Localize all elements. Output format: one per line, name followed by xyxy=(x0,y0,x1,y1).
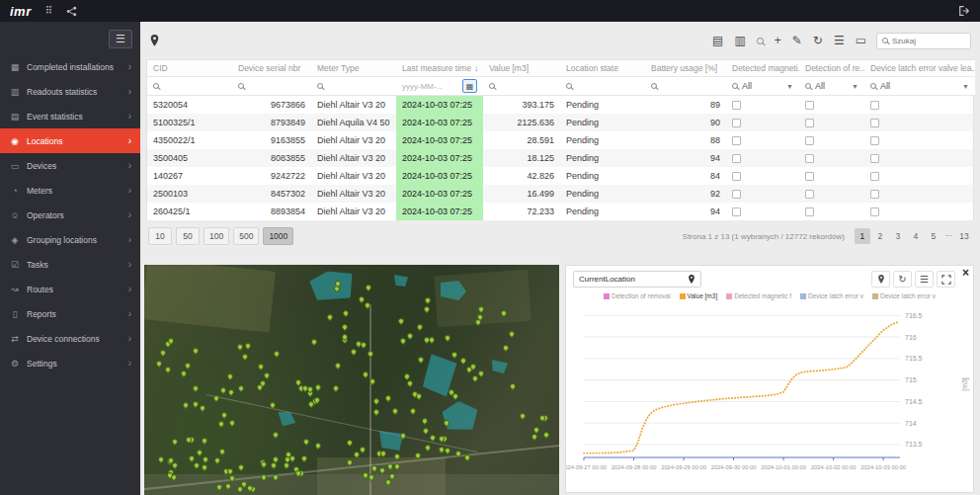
row-checkbox[interactable] xyxy=(805,101,814,110)
map-pin-marker[interactable] xyxy=(237,463,245,471)
sidebar-item-routes[interactable]: ↝Routes› xyxy=(0,277,140,301)
map-pin-marker[interactable] xyxy=(331,384,339,392)
sidebar-item-device-connections[interactable]: ⇄Device connections› xyxy=(0,326,140,351)
row-checkbox[interactable] xyxy=(805,190,814,199)
map-pin-marker[interactable] xyxy=(502,344,510,352)
map-pin-marker[interactable] xyxy=(371,397,379,405)
table-row[interactable]: 1402679242722Diehl Altair V3 202024-10-0… xyxy=(147,167,973,185)
map-pin-marker[interactable] xyxy=(364,283,371,290)
meter-value-chart[interactable]: 713.5714714.5715715.5716716.52024-09-27 … xyxy=(566,303,971,491)
expand-button[interactable] xyxy=(937,271,955,288)
column-header-meter-type[interactable]: Meter Type xyxy=(311,60,396,77)
page-size-100[interactable]: 100 xyxy=(204,227,229,245)
map-pin-marker[interactable] xyxy=(157,454,165,462)
map-pin-marker[interactable] xyxy=(444,334,451,342)
row-checkbox[interactable] xyxy=(870,172,879,181)
table-row[interactable]: 4350022/19163855Diehl Altair V3 202024-1… xyxy=(147,131,973,149)
map-pin-marker[interactable] xyxy=(226,388,234,396)
map-pin-marker[interactable] xyxy=(417,355,425,363)
map-pin-marker[interactable] xyxy=(182,401,190,409)
sidebar-item-operators[interactable]: ☺Operators› xyxy=(0,203,140,227)
column-header-location-state[interactable]: Location state xyxy=(560,60,645,77)
row-checkbox[interactable] xyxy=(732,190,741,199)
map-pin-marker[interactable] xyxy=(256,383,264,391)
filter-cell-battery-usage[interactable] xyxy=(645,77,726,96)
map-pin-marker[interactable] xyxy=(213,456,221,464)
export-file-button[interactable]: ▤ xyxy=(712,35,723,46)
map-pin-marker[interactable] xyxy=(421,417,429,425)
map-pin-marker[interactable] xyxy=(397,317,405,325)
map-pin-marker[interactable] xyxy=(237,383,245,391)
map-pin-marker[interactable] xyxy=(260,460,268,468)
map-pin-marker[interactable] xyxy=(423,305,431,313)
map-pin-marker[interactable] xyxy=(299,454,307,462)
table-row[interactable]: 260425/18893854Diehl Altair V3 202024-10… xyxy=(147,203,973,220)
sidebar-item-devices[interactable]: ▭Devices› xyxy=(0,153,140,178)
calendar-button[interactable]: ▦ xyxy=(462,79,477,93)
map-pin-marker[interactable] xyxy=(262,371,270,379)
sidebar-item-reports[interactable]: ▯Reports› xyxy=(0,301,140,326)
tag-button[interactable]: ▭ xyxy=(856,35,866,46)
map-pin-marker[interactable] xyxy=(459,357,467,365)
sidebar-item-locations[interactable]: ◉Locations› xyxy=(0,128,140,153)
column-header-detected-magneti[interactable]: Detected magneti... xyxy=(726,60,799,77)
filter-cell-device-latch-error-valve-lea[interactable]: All▼ xyxy=(864,77,975,96)
map-pin-marker[interactable] xyxy=(202,455,209,463)
sidebar-collapse-button[interactable]: ☰ xyxy=(109,30,132,48)
map-pin-marker[interactable] xyxy=(346,439,354,447)
legend-item-detection-of-removal[interactable]: Detection of removal xyxy=(604,292,671,299)
row-checkbox[interactable] xyxy=(870,101,879,110)
export-report-button[interactable]: ▥ xyxy=(734,35,745,46)
map-pin-marker[interactable] xyxy=(399,337,407,345)
map-pin-marker[interactable] xyxy=(226,372,234,380)
pin-button[interactable] xyxy=(149,34,160,47)
row-checkbox[interactable] xyxy=(732,172,741,181)
map-pin-marker[interactable] xyxy=(283,461,290,469)
map-pin-marker[interactable] xyxy=(192,347,200,355)
page-button-1[interactable]: 1 xyxy=(855,228,870,244)
map-pin-marker[interactable] xyxy=(235,343,243,351)
map-pin-marker[interactable] xyxy=(424,444,432,452)
table-row[interactable]: 35004058083855Diehl Altair V3 202024-10-… xyxy=(147,149,973,167)
map-pin-marker[interactable] xyxy=(218,385,226,393)
map-pin-marker[interactable] xyxy=(508,330,516,338)
refresh-button[interactable]: ↻ xyxy=(813,35,823,46)
map-pin-marker[interactable] xyxy=(408,407,416,415)
map-pin-marker[interactable] xyxy=(416,323,424,331)
table-row[interactable]: 25001038457302Diehl Altair V3 202024-10-… xyxy=(147,185,973,203)
row-checkbox[interactable] xyxy=(732,154,741,163)
row-checkbox[interactable] xyxy=(805,207,814,216)
map-pin-marker[interactable] xyxy=(367,350,374,358)
map-pin-marker[interactable] xyxy=(531,425,539,433)
map-pin-marker[interactable] xyxy=(391,407,399,415)
column-header-last-measure-time[interactable]: Last measure time↓ xyxy=(396,60,483,77)
map-pin-marker[interactable] xyxy=(220,410,228,418)
map-pin-marker[interactable] xyxy=(325,312,333,320)
table-row[interactable]: 53200549673866Diehl Altair V3 202024-10-… xyxy=(147,96,973,114)
legend-item-device-latch-error-v[interactable]: Device latch error v xyxy=(800,292,863,299)
column-header-battery-usage[interactable]: Battery usage [%] xyxy=(645,60,726,77)
row-checkbox[interactable] xyxy=(732,207,741,216)
sidebar-item-tasks[interactable]: ☑Tasks› xyxy=(0,252,140,277)
map-pin-marker[interactable] xyxy=(217,420,225,428)
map-pin-marker[interactable] xyxy=(423,296,431,304)
map-pin-marker[interactable] xyxy=(212,394,220,402)
legend-item-detected-magnetic-f[interactable]: Detected magnetic f xyxy=(726,292,791,299)
legend-item-device-latch-error-v[interactable]: Device latch error v xyxy=(872,292,936,299)
filter-cell-meter-type[interactable] xyxy=(311,77,396,96)
sidebar-item-settings[interactable]: ⚙Settings› xyxy=(0,351,140,375)
add-button[interactable]: + xyxy=(775,35,781,46)
map-pin-marker[interactable] xyxy=(531,432,538,440)
map-pin-marker[interactable] xyxy=(519,411,527,419)
map-pin-marker[interactable] xyxy=(196,448,204,455)
page-button-13[interactable]: 13 xyxy=(956,228,972,244)
map-pin-marker[interactable] xyxy=(450,351,458,359)
map-pin-marker[interactable] xyxy=(313,442,321,450)
map-pin-marker[interactable] xyxy=(200,437,207,445)
filter-cell-last-measure-time[interactable]: yyyy-MM-...▦ xyxy=(396,77,483,96)
map-pin-marker[interactable] xyxy=(171,437,179,445)
map-pin-marker[interactable] xyxy=(421,427,429,435)
map-pin-marker[interactable] xyxy=(350,347,358,355)
filter-cell-location-state[interactable] xyxy=(560,77,645,96)
page-size-500[interactable]: 500 xyxy=(233,227,259,245)
